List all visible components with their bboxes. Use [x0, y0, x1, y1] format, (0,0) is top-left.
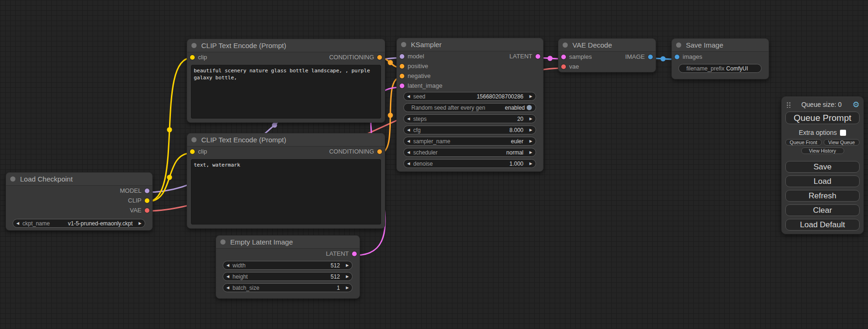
output-port-latent[interactable]	[352, 252, 357, 256]
node-title-bar[interactable]: CLIP Text Encode (Prompt)	[187, 133, 385, 147]
slot-row: CLIP	[6, 196, 152, 205]
widget-height[interactable]: ◀ height 512 ▶	[223, 272, 353, 281]
input-port-positive[interactable]	[400, 64, 404, 69]
load-default-button[interactable]: Load Default	[785, 219, 860, 231]
node-load-checkpoint[interactable]: Load Checkpoint MODEL CLIP VAE ◀ ckpt_na…	[6, 172, 153, 231]
node-save-image[interactable]: Save Image images filename_prefix ComfyU…	[671, 38, 769, 79]
node-empty-latent-image[interactable]: Empty Latent Image LATENT ◀ width 512 ▶ …	[216, 235, 360, 299]
widget-label: scheduler	[413, 149, 438, 156]
widget-seed[interactable]: ◀ seed 156680208700286 ▶	[403, 92, 536, 101]
collapse-dot-icon[interactable]	[191, 137, 197, 142]
queue-prompt-button[interactable]: Queue Prompt	[785, 112, 860, 124]
widget-denoise[interactable]: ◀ denoise 1.000 ▶	[403, 159, 536, 168]
widget-value: 20	[517, 116, 527, 122]
combo-left-arrow-icon[interactable]: ◀	[226, 274, 232, 279]
node-title-bar[interactable]: Load Checkpoint	[6, 173, 152, 186]
widget-ckpt-name[interactable]: ◀ ckpt_name v1-5-pruned-emaonly.ckpt ▶	[13, 219, 145, 228]
combo-right-arrow-icon[interactable]: ▶	[527, 117, 532, 121]
view-history-button[interactable]: View History	[801, 147, 844, 154]
input-port-model[interactable]	[400, 54, 404, 59]
queue-front-button[interactable]: Queue Front	[785, 139, 822, 146]
output-port-clip[interactable]	[145, 198, 149, 203]
node-clip-text-encode-positive[interactable]: CLIP Text Encode (Prompt) clip CONDITION…	[187, 39, 385, 123]
widget-value: 156680208700286	[477, 93, 527, 100]
combo-right-arrow-icon[interactable]: ▶	[527, 150, 532, 154]
prompt-textarea[interactable]: text, watermark	[191, 159, 381, 224]
combo-right-arrow-icon[interactable]: ▶	[136, 221, 141, 225]
node-title-bar[interactable]: KSampler	[397, 38, 543, 51]
output-port-conditioning[interactable]	[377, 55, 382, 60]
node-title-bar[interactable]: Save Image	[672, 39, 769, 52]
prompt-textarea[interactable]: beautiful scenery nature glass bottle la…	[191, 65, 381, 119]
slot-row: LATENT	[216, 249, 360, 259]
output-port-latent[interactable]	[536, 54, 540, 59]
queue-size-label: Queue size: 0	[790, 101, 853, 108]
widget-steps[interactable]: ◀ steps 20 ▶	[403, 114, 536, 123]
node-title-bar[interactable]: Empty Latent Image	[216, 236, 360, 249]
combo-right-arrow-icon[interactable]: ▶	[343, 286, 349, 290]
node-title-bar[interactable]: CLIP Text Encode (Prompt)	[187, 39, 385, 52]
widget-sampler-name[interactable]: ◀ sampler_name euler ▶	[403, 137, 536, 146]
output-port-vae[interactable]	[145, 208, 149, 213]
output-port-model[interactable]	[145, 189, 149, 193]
widget-batch-size[interactable]: ◀ batch_size 1 ▶	[223, 283, 353, 292]
collapse-dot-icon[interactable]	[676, 42, 681, 48]
queue-panel-header: Queue size: 0 ⚙	[785, 100, 860, 109]
combo-left-arrow-icon[interactable]: ◀	[407, 117, 413, 121]
node-ksampler[interactable]: KSampler model LATENT positive negative …	[396, 38, 543, 172]
input-port-vae[interactable]	[561, 64, 566, 69]
combo-left-arrow-icon[interactable]: ◀	[226, 286, 232, 290]
node-vae-decode[interactable]: VAE Decode samples IMAGE vae	[558, 38, 656, 72]
save-button[interactable]: Save	[785, 161, 860, 173]
combo-right-arrow-icon[interactable]: ▶	[527, 128, 532, 132]
widget-scheduler[interactable]: ◀ scheduler normal ▶	[403, 148, 536, 157]
settings-gear-icon[interactable]: ⚙	[853, 101, 860, 109]
load-button[interactable]: Load	[785, 175, 860, 187]
widget-label: denoise	[413, 161, 433, 167]
combo-left-arrow-icon[interactable]: ◀	[407, 139, 413, 143]
collapse-dot-icon[interactable]	[10, 176, 15, 182]
input-port-latent-image[interactable]	[400, 84, 404, 88]
combo-left-arrow-icon[interactable]: ◀	[407, 128, 413, 132]
combo-left-arrow-icon[interactable]: ◀	[16, 221, 22, 225]
combo-left-arrow-icon[interactable]: ◀	[226, 263, 232, 267]
input-port-negative[interactable]	[400, 74, 404, 78]
node-title: Load Checkpoint	[20, 175, 73, 183]
input-port-clip[interactable]	[190, 149, 195, 154]
combo-left-arrow-icon[interactable]: ◀	[407, 150, 413, 154]
combo-right-arrow-icon[interactable]: ▶	[343, 263, 349, 267]
widget-width[interactable]: ◀ width 512 ▶	[223, 261, 353, 270]
graph-canvas[interactable]: Load Checkpoint MODEL CLIP VAE ◀ ckpt_na…	[0, 0, 868, 329]
link-midpoint-dot	[272, 123, 277, 128]
extra-options-checkbox[interactable]	[840, 130, 846, 136]
refresh-button[interactable]: Refresh	[785, 190, 860, 202]
widget-random-seed-toggle[interactable]: Random seed after every gen enabled	[403, 103, 536, 112]
collapse-dot-icon[interactable]	[401, 42, 406, 47]
combo-right-arrow-icon[interactable]: ▶	[527, 161, 532, 166]
input-port-clip[interactable]	[190, 55, 195, 60]
collapse-dot-icon[interactable]	[220, 239, 226, 245]
clear-button[interactable]: Clear	[785, 204, 860, 216]
collapse-dot-icon[interactable]	[191, 43, 197, 48]
view-queue-button[interactable]: View Queue	[824, 139, 860, 146]
widget-value: 512	[331, 273, 343, 280]
collapse-dot-icon[interactable]	[563, 42, 568, 48]
link-midpoint-dot	[388, 60, 393, 65]
node-title: KSampler	[411, 41, 442, 49]
toggle-dot-icon[interactable]	[527, 105, 532, 110]
combo-right-arrow-icon[interactable]: ▶	[343, 274, 349, 279]
widget-cfg[interactable]: ◀ cfg 8.000 ▶	[403, 126, 536, 134]
output-port-image[interactable]	[648, 55, 653, 59]
input-port-samples[interactable]	[561, 55, 566, 59]
node-title-bar[interactable]: VAE Decode	[558, 39, 656, 52]
link-midpoint-dot	[167, 127, 172, 133]
combo-right-arrow-icon[interactable]: ▶	[527, 139, 532, 143]
combo-left-arrow-icon[interactable]: ◀	[407, 161, 413, 166]
node-clip-text-encode-negative[interactable]: CLIP Text Encode (Prompt) clip CONDITION…	[187, 133, 385, 229]
output-port-conditioning[interactable]	[377, 149, 382, 154]
widget-filename-prefix[interactable]: filename_prefix ComfyUI	[678, 64, 762, 73]
drag-handle-icon[interactable]	[786, 101, 790, 108]
combo-left-arrow-icon[interactable]: ◀	[407, 94, 413, 98]
combo-right-arrow-icon[interactable]: ▶	[527, 94, 532, 98]
input-port-images[interactable]	[675, 55, 679, 59]
